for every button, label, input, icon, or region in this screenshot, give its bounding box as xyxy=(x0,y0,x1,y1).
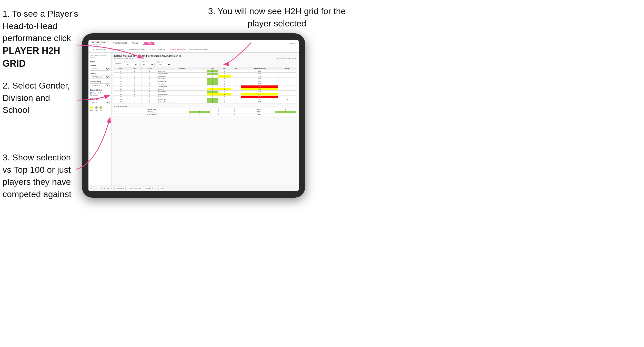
division-select[interactable]: NCAA Division III xyxy=(90,75,110,79)
table-row: 1063 Andrea York 200 4.004 xyxy=(114,80,296,83)
th-tie: Tie xyxy=(231,67,241,70)
table-row: 1311 Jessica Huang 000 -3.002 xyxy=(114,85,296,88)
table-row: 1474 Eunice Yi 220 0.389 xyxy=(114,88,296,90)
records-row: Overall Record: 353 - 34 - 6 Division Re… xyxy=(114,58,296,60)
table-row: 914 Sharon Mun 100 3.673 xyxy=(114,78,296,80)
nav-committee[interactable]: COMMITTEE xyxy=(143,42,155,45)
subnav-player-summary[interactable]: PLAYER SUMMARY xyxy=(149,48,166,51)
nav-items: TOURNAMENTS TEAMS COMMITTEE xyxy=(112,42,285,45)
view-original-btn[interactable]: View: Original xyxy=(114,187,126,190)
table-row: Foreign Team 100 4.5002 xyxy=(114,108,296,111)
subnav-player-h2h[interactable]: PLAYER H2H GRID xyxy=(169,48,186,51)
gender-select[interactable]: Women's xyxy=(90,67,110,71)
table-row: 20117 Federica Domecq Lacroze 210 1.336 xyxy=(114,101,296,103)
instruction-2: 2. Select Gender, Division and School xyxy=(3,80,79,116)
conference-select[interactable]: (All) xyxy=(140,63,155,66)
colour-legend: Down Level Up xyxy=(90,106,110,111)
out-of-division-table: Foreign Team 100 4.5002 NAIA Division 1 … xyxy=(114,108,296,116)
content-area: Last Updated: 27/03/2024 16:55:38 Player… xyxy=(88,53,299,191)
nav-teams[interactable]: TEAMS xyxy=(131,42,139,45)
subnav-player-heatmap[interactable]: PLAYER H2H HEATMAP xyxy=(188,48,209,51)
bottom-toolbar: ↩ ← → ⊞ ↶ ↷ ⏱ View: Original Save Custom… xyxy=(112,186,299,191)
tablet: SCOREBOARD Powered by clippd TOURNAMENTS… xyxy=(82,33,305,198)
table-row: 1585 Stella Cheng 100 1.254 xyxy=(114,90,296,93)
instruction-3: 3. Show selection vs Top 100 or just pla… xyxy=(3,151,79,200)
table-row: 19106 Emily Chang 410 0.3011 xyxy=(114,98,296,101)
legend-up: Up xyxy=(99,106,102,111)
th-opponent: Opponent xyxy=(157,67,207,70)
table-row: 311 Esther Lee 100 1.504 xyxy=(114,70,296,72)
subnav-team-summary[interactable]: TEAM SUMMARY xyxy=(92,48,107,51)
table-row: 1822 Euna Lee 000 -5.002 xyxy=(114,95,296,98)
table-row: NCAA Division 2 500 7.40010 xyxy=(114,113,296,116)
brand: SCOREBOARD Powered by clippd xyxy=(92,41,108,45)
table-row: 1125 Heejo Hyun 100 3.333 xyxy=(114,83,296,85)
out-of-division-header: Out of division xyxy=(114,105,296,107)
main-title: Katelyn Vo Head-to-Head Grid for Women's… xyxy=(114,55,296,57)
share-btn[interactable]: Share xyxy=(158,187,165,190)
main-content: Katelyn Vo Head-to-Head Grid for Women's… xyxy=(112,53,299,191)
player-section: Player xyxy=(90,61,110,62)
gender-section: Gender Women's xyxy=(90,64,110,71)
table-header: # Div # Reg # Conf Opponent Win Loss Tie… xyxy=(114,67,296,70)
division-section: Division NCAA Division III xyxy=(90,73,110,79)
colour-select[interactable]: Win/loss xyxy=(90,101,110,104)
opponents-label: Opponents: xyxy=(114,63,121,64)
up-dot xyxy=(99,106,102,109)
nav-right: Sign out xyxy=(289,42,296,44)
navbar: SCOREBOARD Powered by clippd TOURNAMENTS… xyxy=(88,40,299,47)
colour-section: Colour by Win/loss xyxy=(90,98,110,104)
opponent-select[interactable]: (All) xyxy=(157,63,171,66)
subnav-team-h2h[interactable]: TEAM H2H GRID xyxy=(110,48,124,51)
radio-group: Opponents Played Top 100 xyxy=(90,92,110,96)
th-loss: Loss xyxy=(218,67,231,70)
subnav-team-heatmap[interactable]: TEAM H2H HEATMAP xyxy=(127,48,146,51)
th-diff: Diff Av Strokes/Rnd xyxy=(241,67,278,70)
conference-filter: Conference (All) xyxy=(140,61,155,66)
th-reg: # Reg xyxy=(127,67,142,70)
sidebar: Last Updated: 27/03/2024 16:55:38 Player… xyxy=(88,53,112,191)
th-rounds: Rounds xyxy=(278,67,296,70)
th-conf: # Conf xyxy=(142,67,157,70)
level-dot xyxy=(95,106,98,109)
filters-row: Opponents: Region (All) Conference (All) xyxy=(114,61,296,66)
table-row: NAIA Division 1 1500 9.26730 xyxy=(114,111,296,113)
tablet-screen: SCOREBOARD Powered by clippd TOURNAMENTS… xyxy=(88,40,299,191)
table-row: 633 Sydney Kuo 010 -1.00 xyxy=(114,75,296,78)
out-of-div-body: Foreign Team 100 4.5002 NAIA Division 1 … xyxy=(114,108,296,116)
th-div: # Div xyxy=(114,67,127,70)
opponent-filter: Opponent (All) xyxy=(157,61,171,66)
player-rank-section: Player (Rank) 8. Katelyn Vo xyxy=(90,81,110,87)
instruction-1: 1. To see a Player's Head-to-Head perfor… xyxy=(3,8,82,70)
region-select[interactable]: (All) xyxy=(124,63,138,66)
radio-top100[interactable]: Top 100 xyxy=(90,94,110,96)
legend-level: Level xyxy=(95,106,98,111)
save-custom-btn[interactable]: Save Custom View xyxy=(128,187,142,190)
sign-out[interactable]: Sign out xyxy=(289,42,296,44)
radio-opponents-played[interactable]: Opponents Played xyxy=(90,92,110,94)
watch-btn[interactable]: 👁 Watch ▾ xyxy=(144,187,154,190)
share-icon[interactable]: ↕ xyxy=(156,188,157,189)
time-btn[interactable]: ⏱ xyxy=(112,188,112,189)
legend-down: Down xyxy=(90,106,93,111)
region-filter: Region (All) xyxy=(124,61,138,66)
th-win: Win xyxy=(207,67,218,70)
down-dot xyxy=(90,106,93,109)
player-rank-select[interactable]: 8. Katelyn Vo xyxy=(90,83,110,87)
table-row: 522 Alexis Sudjianto 100 4.003 xyxy=(114,72,296,75)
table-body: 311 Esther Lee 100 1.504 522 Alexis Sudj… xyxy=(114,70,296,103)
table-row: 1613 Jessica Mason 120 -0.947 xyxy=(114,93,296,95)
nav-tournaments[interactable]: TOURNAMENTS xyxy=(112,42,128,45)
main-table: # Div # Reg # Conf Opponent Win Loss Tie… xyxy=(114,67,296,103)
top-right-instruction: 3. You will now see H2H grid for the pla… xyxy=(203,5,351,30)
subnav: TEAM SUMMARY TEAM H2H GRID TEAM H2H HEAT… xyxy=(88,47,299,53)
opponent-view-section: Opponent view Opponents Played Top 100 xyxy=(90,89,110,96)
timestamp: Last Updated: 27/03/2024 16:55:38 xyxy=(90,55,110,59)
